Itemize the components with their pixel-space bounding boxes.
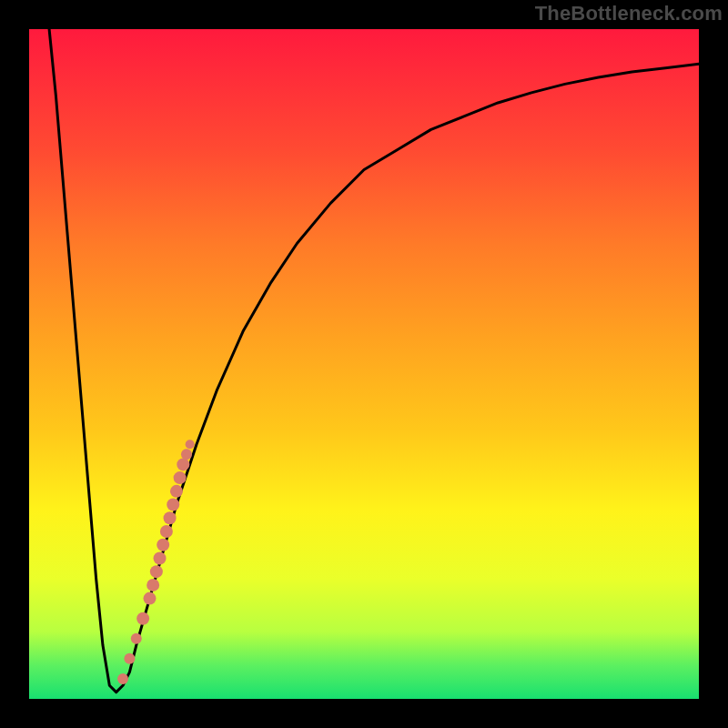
marker-point xyxy=(174,471,187,484)
marker-point xyxy=(117,673,128,684)
bottleneck-curve xyxy=(49,29,699,693)
marker-point xyxy=(147,579,159,592)
marker-point xyxy=(143,592,156,605)
marker-point xyxy=(154,551,167,564)
plot-area xyxy=(29,29,699,699)
marker-point xyxy=(124,653,135,664)
marker-point xyxy=(160,525,173,538)
marker-point xyxy=(167,499,179,511)
marker-point xyxy=(136,612,149,625)
marker-point xyxy=(157,539,169,551)
highlighted-points xyxy=(117,440,195,684)
marker-point xyxy=(170,485,183,498)
marker-point xyxy=(164,511,177,524)
marker-point xyxy=(181,449,192,460)
chart-frame: TheBottleneck.com xyxy=(0,0,728,728)
marker-point xyxy=(186,440,195,449)
curve-layer xyxy=(29,29,699,699)
marker-point xyxy=(131,633,142,644)
marker-point xyxy=(150,565,163,578)
watermark-text: TheBottleneck.com xyxy=(535,2,723,25)
marker-point xyxy=(177,458,189,470)
